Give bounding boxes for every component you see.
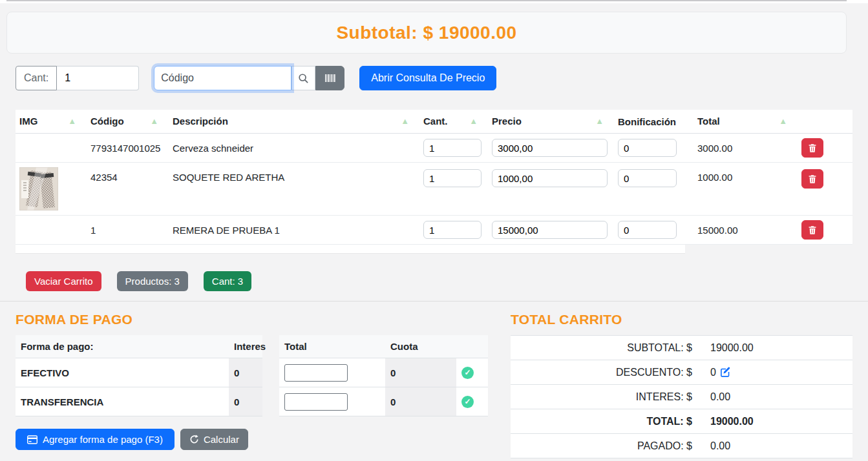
product-image-cell — [16, 134, 87, 163]
cart-row-2: 42354 SOQUETE RED ARETHA 1000.00 — [16, 163, 852, 216]
cart-table-container: IMG▲ Código▲ Descripción▲ Cant.▲ Precio▲… — [16, 110, 852, 245]
col-header-precio[interactable]: Precio▲ — [488, 110, 614, 134]
row-bonificacion-input[interactable] — [618, 139, 677, 157]
cart-table-hscrollbar — [16, 245, 852, 254]
product-image — [19, 167, 83, 210]
row-cant-input[interactable] — [423, 221, 482, 239]
trash-icon — [808, 225, 817, 235]
subtotal-text: Subtotal: $ 19000.00 — [336, 23, 516, 43]
product-code: 1 — [87, 216, 169, 245]
product-image-cell — [16, 216, 87, 245]
row-cant-input[interactable] — [423, 169, 482, 187]
totals-value: 19000.00 — [701, 409, 852, 434]
hscrollbar-thumb[interactable] — [16, 245, 685, 254]
sort-icon: ▲ — [595, 116, 604, 127]
totals-value: 0.00 — [701, 434, 852, 458]
barcode-icon — [324, 74, 336, 83]
payment-row-1: EFECTIVO 0 0 ✓ — [16, 358, 488, 387]
calculate-button[interactable]: Calcular — [180, 429, 248, 450]
col-header-img[interactable]: IMG▲ — [16, 110, 87, 134]
delete-row-button[interactable] — [801, 138, 823, 158]
delete-row-button[interactable] — [801, 220, 823, 240]
payment-col-interes: Interes — [229, 335, 262, 358]
payment-interes-value: 0 — [229, 387, 262, 416]
row-bonificacion-input[interactable] — [618, 221, 677, 239]
row-cant-input[interactable] — [423, 139, 482, 157]
payment-method-name: TRANSFERENCIA — [16, 387, 229, 416]
totals-row-subtotal: SUBTOTAL: $ 19000.00 — [511, 336, 852, 360]
refresh-icon — [189, 435, 199, 444]
sort-icon: ▲ — [401, 116, 409, 127]
codigo-input-group — [154, 66, 344, 90]
payment-cuota-value: 0 — [385, 387, 456, 416]
col-header-total[interactable]: Total▲ — [693, 110, 798, 134]
totals-row-descuento: DESCUENTO: $ 0 — [511, 360, 852, 385]
payment-method-name: EFECTIVO — [16, 358, 229, 387]
total-cart-section: TOTAL CARRITO SUBTOTAL: $ 19000.00 DESCU… — [511, 312, 852, 458]
sort-icon: ▲ — [469, 116, 478, 127]
col-header-bonificacion[interactable]: Bonificación — [614, 110, 693, 134]
payment-total-input[interactable] — [284, 364, 348, 382]
totals-label: SUBTOTAL: $ — [511, 336, 701, 360]
product-description: SOQUETE RED ARETHA — [169, 163, 419, 216]
totals-label: INTERES: $ — [511, 385, 701, 409]
open-price-query-button[interactable]: Abrir Consulta De Precio — [359, 66, 496, 90]
quantity-count-badge[interactable]: Cant: 3 — [204, 271, 251, 291]
cart-row-1: 7793147001025 Cerveza schneider 3000.00 — [16, 134, 852, 163]
product-code: 42354 — [87, 163, 169, 216]
subtotal-card: Subtotal: $ 19000.00 — [6, 12, 847, 54]
empty-cart-button[interactable]: Vaciar Carrito — [26, 271, 101, 291]
cart-row-3: 1 REMERA DE PRUEBA 1 15000.00 — [16, 216, 852, 245]
payment-total-input[interactable] — [284, 393, 348, 411]
add-payment-method-button[interactable]: Agregar forma de pago (F3) — [16, 429, 175, 450]
col-header-actions — [798, 110, 852, 134]
product-description: Cerveza schneider — [169, 134, 419, 163]
total-cart-title: TOTAL CARRITO — [511, 312, 852, 327]
row-precio-input[interactable] — [492, 221, 608, 239]
cant-input[interactable] — [57, 66, 139, 90]
row-bonificacion-input[interactable] — [618, 169, 677, 187]
totals-label: DESCUENTO: $ — [511, 360, 701, 385]
payment-table: Forma de pago: Interes Total Cuota EFECT… — [16, 335, 488, 416]
cant-input-group: Cant: — [16, 66, 139, 90]
trash-icon — [808, 143, 817, 153]
payment-interes-value: 0 — [229, 358, 262, 387]
payment-col-forma: Forma de pago: — [16, 335, 229, 358]
edit-discount-icon[interactable] — [720, 367, 731, 378]
top-navbar-edge — [0, 0, 868, 3]
bottom-section: FORMA DE PAGO Forma de pago: Interes Tot… — [0, 302, 868, 458]
sort-icon: ▲ — [68, 116, 76, 127]
row-precio-input[interactable] — [492, 169, 608, 187]
sort-icon: ▲ — [150, 116, 158, 127]
totals-row-total: TOTAL: $ 19000.00 — [511, 409, 852, 434]
col-header-cant[interactable]: Cant.▲ — [419, 110, 488, 134]
payment-buttons-row: Agregar forma de pago (F3) Calcular — [16, 429, 488, 450]
total-cart-table: SUBTOTAL: $ 19000.00 DESCUENTO: $ 0 — [511, 335, 852, 458]
totals-value: 19000.00 — [701, 336, 852, 360]
row-total: 3000.00 — [693, 134, 798, 163]
barcode-button[interactable] — [315, 66, 344, 90]
row-total: 15000.00 — [693, 216, 798, 245]
totals-value: 0.00 — [701, 385, 852, 409]
trash-icon — [808, 174, 817, 184]
codigo-input[interactable] — [154, 66, 291, 90]
totals-label: PAGADO: $ — [511, 434, 701, 458]
check-circle-icon[interactable]: ✓ — [461, 396, 474, 408]
payment-row-2: TRANSFERENCIA 0 0 ✓ — [16, 387, 488, 416]
col-header-descripcion[interactable]: Descripción▲ — [169, 110, 419, 134]
credit-card-icon — [27, 435, 37, 444]
sort-icon: ▲ — [779, 116, 787, 127]
totals-label: TOTAL: $ — [511, 409, 701, 434]
row-total: 1000.00 — [693, 163, 798, 216]
row-precio-input[interactable] — [492, 139, 608, 157]
payment-col-cuota: Cuota — [385, 335, 456, 358]
cart-actions-row: Vaciar Carrito Productos: 3 Cant: 3 — [26, 271, 868, 291]
col-header-codigo[interactable]: Código▲ — [87, 110, 169, 134]
product-image-cell — [16, 163, 87, 216]
search-button[interactable] — [291, 66, 315, 90]
payment-col-total: Total — [279, 335, 385, 358]
cant-label: Cant: — [16, 66, 57, 90]
products-count-badge[interactable]: Productos: 3 — [117, 271, 188, 291]
delete-row-button[interactable] — [801, 169, 823, 189]
check-circle-icon[interactable]: ✓ — [461, 367, 474, 379]
